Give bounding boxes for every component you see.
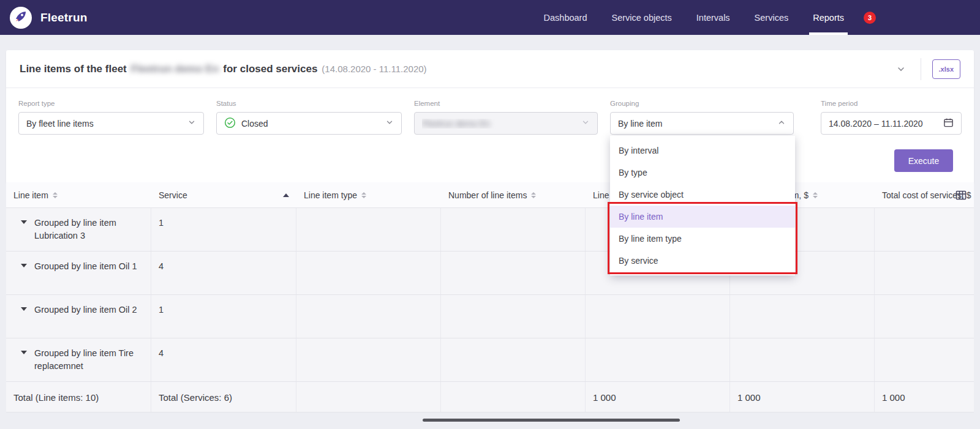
grouping-option-by-service[interactable]: By service [610, 250, 795, 272]
fleet-name-masked: Fleetrun demo En [131, 63, 219, 75]
report-table: Line item Service Line item type Number … [6, 182, 974, 412]
nav-item-dashboard[interactable]: Dashboard [532, 0, 600, 35]
line-item-cell: Grouped by line item Lubrication 3 [6, 208, 151, 251]
column-label: Number of line items [448, 190, 527, 200]
calendar-icon[interactable] [943, 118, 954, 130]
app-screen: Fleetrun Dashboard Service objects Inter… [0, 0, 980, 429]
empty-cell [730, 295, 875, 338]
brand-title: Fleetrun [40, 11, 88, 24]
nav-links: Dashboard Service objects Intervals Serv… [532, 0, 980, 35]
table-row: Grouped by line item Lubrication 3 1 [6, 208, 974, 252]
export-xlsx-button[interactable]: .xlsx [932, 59, 960, 79]
vertical-divider [921, 58, 921, 80]
title-date-range: (14.08.2020 - 11.11.2020) [322, 64, 426, 74]
chevron-down-icon [581, 118, 590, 129]
element-select[interactable]: Fleetrun demo En [414, 112, 598, 135]
filter-time-period: Time period 14.08.2020 – 11.11.2020 [821, 100, 962, 135]
grouping-option-by-service-object[interactable]: By service object [610, 184, 795, 206]
nav-item-intervals[interactable]: Intervals [684, 0, 742, 35]
line-item-text: Grouped by line item Tire replacemnet [34, 347, 143, 381]
table-row: Grouped by line item Oil 2 1 [6, 295, 974, 338]
table-row: Grouped by line item Oil 1 4 [6, 252, 974, 295]
chevron-down-icon [385, 118, 394, 129]
time-period-input[interactable]: 14.08.2020 – 11.11.2020 [821, 112, 962, 135]
report-type-label: Report type [18, 100, 204, 107]
empty-cell [875, 338, 974, 381]
empty-cell [296, 208, 441, 251]
filter-status: Status Closed [216, 100, 402, 135]
filter-element: Element Fleetrun demo En [414, 100, 598, 135]
line-item-cell: Grouped by line item Oil 1 [6, 252, 151, 294]
time-period-label: Time period [821, 100, 962, 107]
arrow-up-sorted-icon [283, 193, 289, 197]
empty-cell [441, 208, 586, 251]
title-suffix: for closed services [223, 63, 317, 75]
grouping-option-by-type[interactable]: By type [610, 162, 795, 184]
execute-row: Execute [6, 135, 974, 172]
nav-item-reports[interactable]: Reports [801, 0, 856, 35]
grouping-option-by-line-item-type[interactable]: By line item type [610, 228, 795, 250]
line-item-cell: Grouped by line item Tire replacemnet [6, 338, 151, 381]
column-header-service[interactable]: Service [151, 182, 296, 207]
empty-cell [586, 338, 730, 381]
empty-cell [875, 252, 974, 294]
sort-arrows-icon [813, 192, 818, 198]
sort-arrows-icon [361, 192, 366, 198]
grouping-select[interactable]: By line item [610, 112, 794, 135]
empty-cell [296, 252, 441, 294]
sort-arrows-icon [531, 192, 536, 198]
line-item-text: Grouped by line item Oil 1 [34, 260, 137, 294]
nav-item-service-objects[interactable]: Service objects [599, 0, 684, 35]
report-title-row: Line items of the fleet Fleetrun demo En… [6, 50, 974, 88]
footer-line-items-total: Total (Line items: 10) [6, 382, 151, 412]
filter-report-type: Report type By fleet line items [18, 100, 204, 135]
table-header-row: Line item Service Line item type Number … [6, 182, 974, 208]
caret-down-icon[interactable] [21, 307, 27, 311]
line-item-text: Grouped by line item Oil 2 [34, 304, 137, 338]
top-navbar: Fleetrun Dashboard Service objects Inter… [0, 0, 980, 35]
column-label: Line item type [304, 190, 357, 200]
horizontal-scrollbar[interactable] [423, 419, 680, 422]
report-type-select[interactable]: By fleet line items [18, 112, 204, 135]
status-value: Closed [241, 119, 268, 129]
empty-cell [441, 295, 586, 338]
title-actions: .xlsx [892, 58, 960, 80]
caret-down-icon[interactable] [21, 220, 27, 224]
nav-item-services[interactable]: Services [742, 0, 801, 35]
grouping-option-by-interval[interactable]: By interval [610, 140, 795, 162]
footer-services-total: Total (Services: 6) [151, 382, 296, 412]
footer-col7-total: 1 000 [875, 382, 974, 412]
service-cell: 1 [151, 295, 296, 338]
column-header-line-item[interactable]: Line item [6, 182, 151, 207]
grouping-option-by-line-item[interactable]: By line item [610, 206, 795, 228]
status-select[interactable]: Closed [216, 112, 402, 135]
notification-badge[interactable]: 3 [864, 12, 876, 24]
status-label: Status [216, 100, 402, 107]
check-circle-icon [224, 117, 236, 130]
table-footer-row: Total (Line items: 10) Total (Services: … [6, 382, 974, 412]
column-header-number-of-line-items[interactable]: Number of line items [441, 182, 586, 207]
grouping-value: By line item [618, 119, 662, 129]
empty-cell [875, 208, 974, 251]
grouping-label: Grouping [610, 100, 794, 107]
grouping-dropdown: By interval By type By service object By… [610, 136, 795, 275]
report-title: Line items of the fleet Fleetrun demo En… [20, 63, 427, 75]
chevron-down-icon [187, 118, 196, 129]
time-period-value: 14.08.2020 – 11.11.2020 [829, 119, 923, 129]
column-settings-grid-icon[interactable] [956, 190, 967, 203]
caret-down-icon[interactable] [21, 264, 27, 267]
sort-arrows-icon [53, 192, 58, 198]
element-label: Element [414, 100, 598, 107]
empty-cell [586, 295, 730, 338]
execute-button[interactable]: Execute [894, 149, 953, 172]
empty-cell [441, 338, 586, 381]
empty-cell [296, 295, 441, 338]
empty-cell [875, 295, 974, 338]
rocket-logo-icon [13, 9, 28, 26]
collapse-report-chevron-down-icon[interactable] [892, 61, 910, 78]
service-cell: 1 [151, 208, 296, 251]
app-logo[interactable] [10, 7, 32, 29]
empty-cell [441, 252, 586, 294]
column-header-line-item-type[interactable]: Line item type [296, 182, 441, 207]
caret-down-icon[interactable] [21, 351, 27, 354]
